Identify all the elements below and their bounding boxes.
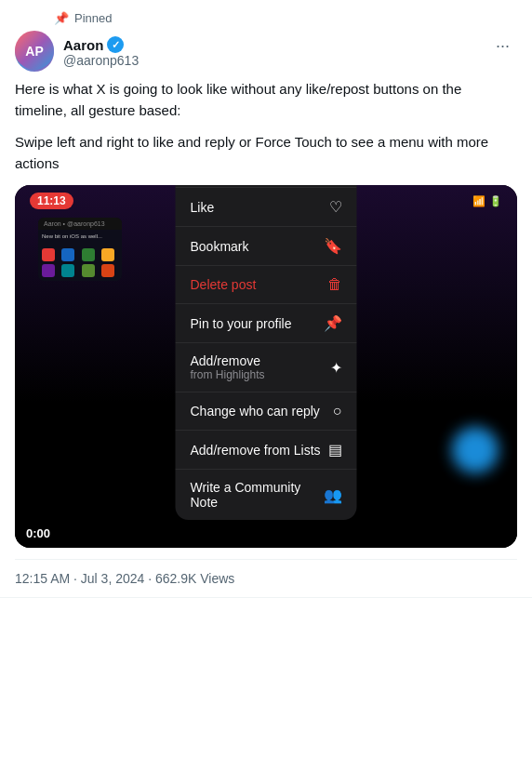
bookmark-icon: 🔖 — [324, 237, 342, 255]
app-icon — [61, 264, 74, 277]
app-icon — [101, 248, 114, 261]
phone-preview: Aaron • @aaronp613 New bit on iOS as wel… — [38, 218, 122, 281]
pin-profile-icon: 📌 — [324, 314, 342, 332]
verified-badge: ✓ — [107, 36, 124, 53]
video-time-label: 0:00 — [26, 526, 50, 540]
highlights-label-sub: from Highlights — [191, 368, 265, 381]
bookmark-label: Bookmark — [191, 239, 249, 254]
user-handle[interactable]: @aaronp613 — [63, 53, 139, 68]
video-frame: 11:13 📶 🔋 Aaron • @aaronp613 New bit on … — [15, 185, 517, 548]
lists-label: Add/remove from Lists — [191, 443, 321, 458]
menu-item-reply-settings[interactable]: Change who can reply ○ — [176, 392, 357, 431]
context-menu: ✏️ Quote ↩️ Repost ⬆️ Share Reply ○ — [176, 185, 357, 520]
community-note-icon: 👥 — [324, 486, 342, 504]
menu-item-like[interactable]: Like ♡ — [176, 188, 357, 227]
like-icon: ♡ — [329, 198, 342, 216]
app-icon — [82, 264, 95, 277]
menu-item-lists[interactable]: Add/remove from Lists ▤ — [176, 431, 357, 470]
more-options-button[interactable]: ··· — [488, 33, 517, 60]
avatar-initials: AP — [15, 31, 54, 73]
menu-item-delete[interactable]: Delete post 🗑 — [176, 266, 357, 304]
tweet-timestamp: 12:15 AM · Jul 3, 2024 · 662.9K Views — [15, 559, 517, 586]
tweet-card: 📌 Pinned — [0, 0, 532, 598]
tweet-header: AP Aaron ✓ @aaronp613 ··· — [15, 33, 517, 72]
svg-text:AP: AP — [25, 44, 43, 59]
delete-icon: 🗑 — [327, 276, 342, 293]
app-grid — [38, 245, 122, 281]
app-icon — [42, 264, 55, 277]
preview-text: New bit on iOS as well... — [38, 230, 122, 245]
pinned-indicator: 📌 Pinned — [54, 11, 517, 25]
tweet-text: Here is what X is going to look like wit… — [15, 79, 517, 174]
highlights-icon: ✦ — [330, 359, 342, 377]
menu-item-bookmark[interactable]: Bookmark 🔖 — [176, 227, 357, 266]
reply-settings-icon: ○ — [333, 403, 342, 419]
battery-icon: 🔋 — [489, 195, 502, 207]
avatar[interactable]: AP — [15, 33, 54, 72]
pin-profile-label: Pin to your profile — [191, 316, 292, 331]
media-container[interactable]: 11:13 📶 🔋 Aaron • @aaronp613 New bit on … — [15, 185, 517, 548]
tweet-paragraph-2: Swipe left and right to like and reply o… — [15, 132, 517, 174]
delete-label: Delete post — [191, 277, 257, 292]
menu-item-pin[interactable]: Pin to your profile 📌 — [176, 304, 357, 343]
clock-display: 11:13 — [30, 193, 73, 209]
highlights-label-main: Add/remove — [191, 353, 265, 368]
app-icon — [42, 248, 55, 261]
highlights-text-group: Add/remove from Highlights — [191, 353, 265, 381]
author-info: AP Aaron ✓ @aaronp613 — [15, 33, 139, 72]
lists-icon: ▤ — [328, 441, 342, 459]
app-icon — [101, 264, 114, 277]
app-icon — [61, 248, 74, 261]
menu-item-community-note[interactable]: Write a Community Note 👥 — [176, 470, 357, 520]
tweet-paragraph-1: Here is what X is going to look like wit… — [15, 79, 517, 121]
reply-settings-label: Change who can reply — [191, 404, 320, 419]
community-note-label: Write a Community Note — [191, 480, 324, 510]
menu-item-highlights[interactable]: Add/remove from Highlights ✦ — [176, 343, 357, 392]
app-icon — [82, 248, 95, 261]
status-icons: 📶 🔋 — [472, 195, 502, 207]
name-handle-group: Aaron ✓ @aaronp613 — [63, 36, 139, 68]
pin-icon: 📌 — [54, 11, 69, 25]
wifi-icon: 📶 — [472, 195, 485, 207]
pinned-label: Pinned — [74, 11, 112, 25]
like-label: Like — [191, 200, 215, 215]
display-name[interactable]: Aaron ✓ — [63, 36, 139, 53]
preview-header: Aaron • @aaronp613 — [38, 218, 122, 230]
blue-blob-decoration — [452, 427, 499, 473]
